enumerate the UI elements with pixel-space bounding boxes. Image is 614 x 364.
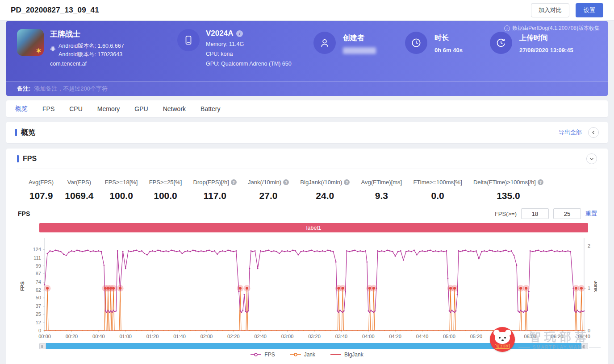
svg-text:74: 74: [36, 279, 41, 285]
stat-value: 100.0: [149, 190, 182, 201]
svg-text:02:40: 02:40: [254, 334, 267, 339]
stat-FPS>=18[%]: FPS>=18[%]100.0: [105, 179, 138, 201]
stat-value: 117.0: [193, 190, 237, 201]
fps-threshold-high-input[interactable]: [553, 208, 581, 219]
creator-label: 创建者: [343, 33, 376, 43]
svg-text:111: 111: [33, 255, 41, 261]
reset-link[interactable]: 重置: [585, 210, 597, 218]
topbar: PD_20200827_13_09_41 加入对比 设置: [0, 0, 614, 21]
svg-text:0: 0: [588, 328, 590, 333]
phone-icon: [177, 29, 200, 51]
svg-text:03:40: 03:40: [335, 334, 348, 339]
info-icon: i: [504, 25, 510, 31]
scrollbar-right-grip[interactable]: [581, 343, 588, 349]
stat-Var(FPS): Var(FPS)1069.4: [65, 179, 93, 201]
svg-text:00:20: 00:20: [66, 334, 78, 339]
svg-text:05:20: 05:20: [470, 334, 483, 339]
chevron-left-icon: [591, 130, 596, 135]
stat-value: 107.9: [29, 190, 54, 201]
chart-legend: FPSJankBigJank: [17, 352, 597, 358]
stat-value: 27.0: [248, 190, 289, 201]
device-gpu: GPU: Qualcomm Adreno (TM) 650: [206, 59, 292, 69]
user-icon: [313, 32, 336, 54]
stat-value: 9.3: [361, 190, 402, 201]
topbar-actions: 加入对比 设置: [531, 3, 603, 17]
svg-text:01:40: 01:40: [173, 334, 186, 339]
legend-item-BigJank[interactable]: BigJank: [330, 352, 363, 358]
stat-Delta(FTime)>100ms[/h]: Delta(FTime)>100ms[/h]?135.0: [473, 179, 543, 201]
tab-概览[interactable]: 概览: [15, 105, 28, 113]
stat-Avg(FPS): Avg(FPS)107.9: [29, 179, 54, 201]
fps-section-card: FPS Avg(FPS)107.9Var(FPS)1069.4FPS>=18[%…: [6, 149, 608, 364]
fps-stats-row: Avg(FPS)107.9Var(FPS)1069.4FPS>=18[%]100…: [17, 169, 597, 201]
page-content: 王牌战士 Android版本名: 1.60.6.667 Android版本号: …: [0, 21, 614, 364]
creator-name-blurred: [343, 47, 376, 54]
session-header-main: 王牌战士 Android版本名: 1.60.6.667 Android版本号: …: [6, 21, 608, 81]
stat-label: BigJank(/10min): [300, 179, 342, 186]
stat-value: 135.0: [473, 190, 543, 201]
fps-line-chart[interactable]: 0122537506274879911112401200:0000:2000:4…: [17, 236, 597, 342]
legend-item-Jank[interactable]: Jank: [290, 352, 315, 358]
device-info-icon[interactable]: i: [236, 30, 243, 37]
fps-threshold-low-input[interactable]: [521, 208, 549, 219]
stat-label: FTime>=100ms[%]: [413, 179, 462, 186]
svg-text:37: 37: [36, 303, 41, 309]
remark-placeholder: 添加备注，不超过200个字符: [34, 85, 108, 93]
svg-text:06:40: 06:40: [578, 334, 590, 339]
tab-Battery[interactable]: Battery: [200, 105, 220, 112]
add-compare-button[interactable]: 加入对比: [531, 3, 569, 17]
stat-label: Jank(/10min): [248, 179, 281, 186]
stat-Jank(/10min): Jank(/10min)?27.0: [248, 179, 289, 201]
stat-Drop(FPS)[/h]: Drop(FPS)[/h]?117.0: [193, 179, 237, 201]
stat-FTime>=100ms[%]: FTime>=100ms[%]0.0: [413, 179, 462, 201]
help-icon[interactable]: ?: [538, 179, 543, 185]
svg-text:0: 0: [38, 328, 41, 333]
svg-text:04:00: 04:00: [362, 334, 375, 339]
stat-label: FPS>=18[%]: [105, 179, 138, 186]
stat-label: Delta(FTime)>100ms[/h]: [473, 179, 536, 186]
chevron-down-icon: [589, 157, 594, 161]
tabs-bar: 概览FPSCPUMemoryGPUNetworkBattery: [6, 100, 608, 117]
android-icon: [50, 46, 56, 54]
duration-value: 0h 6m 40s: [434, 47, 463, 54]
overview-collapse-button[interactable]: [588, 127, 599, 138]
svg-text:03:20: 03:20: [308, 334, 321, 339]
fps-card-header: FPS: [17, 149, 597, 169]
legend-item-FPS[interactable]: FPS: [251, 352, 275, 358]
help-icon[interactable]: ?: [231, 179, 237, 185]
tab-FPS[interactable]: FPS: [42, 105, 54, 112]
collect-info: i 数据由PerfDog(4.1.200708)版本收集: [504, 25, 600, 32]
overview-title: 概览: [21, 128, 35, 137]
device-memory: Memory: 11.4G: [206, 40, 292, 50]
fps-collapse-button[interactable]: [586, 153, 597, 164]
scrollbar-track[interactable]: [46, 343, 581, 349]
app-block: 王牌战士 Android版本名: 1.60.6.667 Android版本号: …: [17, 29, 169, 67]
svg-text:03:00: 03:00: [281, 334, 294, 339]
svg-text:99: 99: [36, 263, 41, 269]
svg-text:62: 62: [36, 287, 41, 293]
tab-GPU[interactable]: GPU: [134, 105, 148, 112]
session-header-card: 王牌战士 Android版本名: 1.60.6.667 Android版本号: …: [6, 21, 608, 96]
duration-label: 时长: [434, 33, 463, 43]
scrollbar-left-grip[interactable]: [39, 343, 46, 349]
tab-CPU[interactable]: CPU: [69, 105, 83, 112]
svg-text:06:20: 06:20: [551, 334, 564, 339]
device-model: V2024A: [206, 29, 233, 38]
fps-chart: 0122537506274879911112401200:0000:2000:4…: [17, 236, 597, 342]
svg-text:01:00: 01:00: [119, 334, 132, 339]
device-block: V2024A i Memory: 11.4G CPU: kona GPU: Qu…: [177, 29, 313, 69]
svg-text:05:40: 05:40: [497, 334, 510, 339]
stat-BigJank(/10min): BigJank(/10min)?24.0: [300, 179, 350, 201]
app-icon: [17, 29, 44, 56]
section-accent-bar: [17, 155, 19, 162]
stat-label: Drop(FPS)[/h]: [193, 179, 229, 186]
tab-Network[interactable]: Network: [163, 105, 186, 112]
remark-bar[interactable]: 备注: 添加备注，不超过200个字符: [6, 81, 608, 96]
tab-Memory[interactable]: Memory: [97, 105, 120, 112]
help-icon[interactable]: ?: [283, 179, 289, 185]
settings-button[interactable]: 设置: [576, 3, 603, 17]
remark-label: 备注:: [17, 85, 30, 93]
export-all-link[interactable]: 导出全部: [559, 128, 582, 136]
android-version-name: Android版本名: 1.60.6.667: [58, 42, 124, 50]
help-icon[interactable]: ?: [344, 179, 350, 185]
